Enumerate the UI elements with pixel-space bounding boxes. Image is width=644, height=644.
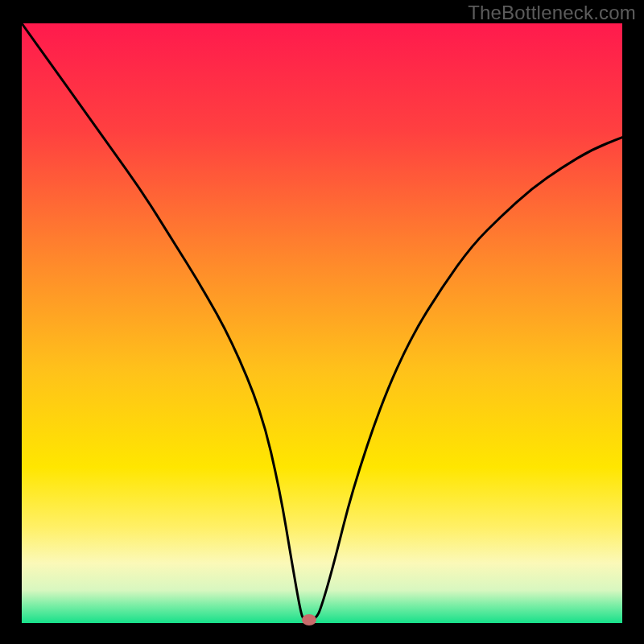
optimal-point-marker: [302, 614, 316, 625]
chart-svg: [0, 0, 644, 644]
chart-frame: TheBottleneck.com: [0, 0, 644, 644]
plot-background: [22, 23, 622, 623]
watermark-text: TheBottleneck.com: [468, 2, 636, 24]
